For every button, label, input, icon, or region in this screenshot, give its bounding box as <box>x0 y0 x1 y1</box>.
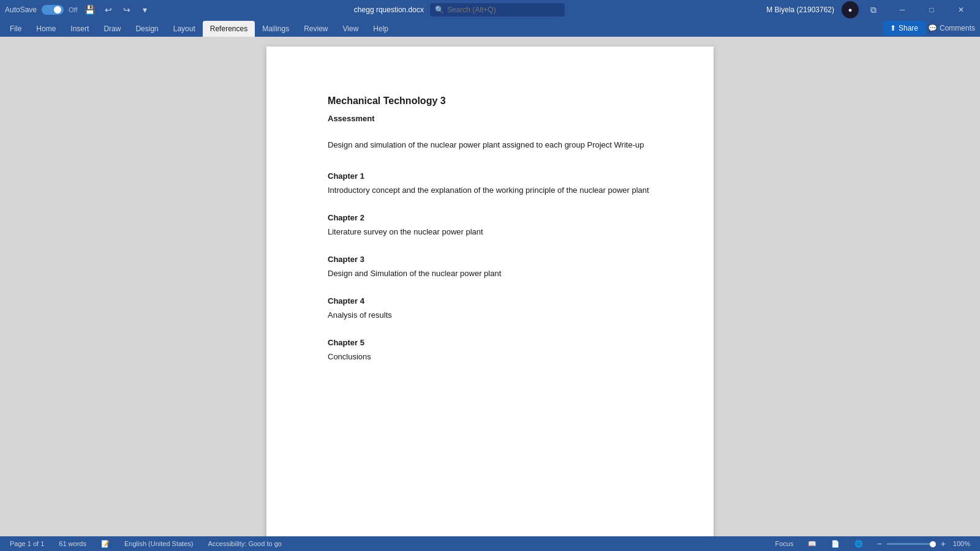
read-mode-icon[interactable]: 📖 <box>805 539 819 549</box>
focus-mode[interactable]: Focus <box>773 539 796 549</box>
chapter-block-1: Chapter 1Introductory concept and the ex… <box>328 171 652 195</box>
web-layout-icon[interactable]: 🌐 <box>852 539 865 549</box>
user-info: M Biyela (21903762) <box>766 6 834 14</box>
tab-draw[interactable]: Draw <box>96 21 128 37</box>
zoom-level[interactable]: 100% <box>951 539 973 549</box>
status-bar-right: Focus 📖 📄 🌐 − + 100% <box>773 539 973 549</box>
close-button[interactable]: ✕ <box>947 0 975 20</box>
chapter-title-1: Chapter 1 <box>328 171 652 181</box>
tab-help[interactable]: Help <box>366 21 396 37</box>
chapter-title-3: Chapter 3 <box>328 255 652 264</box>
search-container: 🔍 <box>430 3 565 17</box>
tab-home[interactable]: Home <box>29 21 63 37</box>
document-filename: chegg rquestion.docx <box>354 6 424 14</box>
autosave-toggle[interactable] <box>42 5 64 15</box>
chapter-title-4: Chapter 4 <box>328 296 652 305</box>
zoom-controls: − + 100% <box>875 539 973 549</box>
share-button[interactable]: ⬆ Share <box>883 21 925 36</box>
chapter-block-2: Chapter 2Literature survey on the nuclea… <box>328 213 652 236</box>
chapter-title-2: Chapter 2 <box>328 213 652 222</box>
title-bar: AutoSave Off 💾 ↩ ↪ ▾ chegg rquestion.doc… <box>0 0 980 20</box>
chapter-desc-4: Analysis of results <box>328 310 652 320</box>
tab-review[interactable]: Review <box>296 21 335 37</box>
tab-view[interactable]: View <box>336 21 366 37</box>
tab-mailings[interactable]: Mailings <box>255 21 296 37</box>
chapter-title-5: Chapter 5 <box>328 338 652 347</box>
comments-button[interactable]: 💬 Comments <box>928 21 975 36</box>
tab-file[interactable]: File <box>2 21 29 37</box>
document-main-title: Mechanical Technology 3 <box>328 96 652 107</box>
chapter-desc-3: Design and Simulation of the nuclear pow… <box>328 269 652 278</box>
tab-insert[interactable]: Insert <box>63 21 96 37</box>
search-icon: 🔍 <box>435 6 444 14</box>
print-layout-icon[interactable]: 📄 <box>829 539 842 549</box>
status-bar: Page 1 of 1 61 words 📝 English (United S… <box>0 536 980 551</box>
chapters-container: Chapter 1Introductory concept and the ex… <box>328 171 652 361</box>
comments-icon: 💬 <box>928 24 937 32</box>
zoom-thumb <box>930 541 936 547</box>
save-icon[interactable]: 💾 <box>83 2 97 17</box>
quick-access-toolbar: 💾 ↩ ↪ ▾ <box>83 2 153 17</box>
document-description: Design and simulation of the nuclear pow… <box>328 140 652 149</box>
chapter-desc-2: Literature survey on the nuclear power p… <box>328 227 652 236</box>
accessibility[interactable]: Accessibility: Good to go <box>205 539 284 549</box>
zoom-slider[interactable] <box>887 543 936 545</box>
main-area: Mechanical Technology 3 Assessment Desig… <box>0 37 980 536</box>
document-assessment: Assessment <box>328 114 652 123</box>
language[interactable]: English (United States) <box>122 539 196 549</box>
tab-references[interactable]: References <box>203 21 255 37</box>
window-controls: ─ □ ✕ <box>888 0 975 20</box>
share-icon: ⬆ <box>890 24 896 32</box>
ribbon-actions: ⬆ Share 💬 Comments <box>883 21 980 37</box>
maximize-button[interactable]: □ <box>918 0 946 20</box>
status-bar-left: Page 1 of 1 61 words 📝 English (United S… <box>7 539 284 549</box>
chapter-block-5: Chapter 5Conclusions <box>328 338 652 361</box>
chapter-desc-5: Conclusions <box>328 352 652 361</box>
user-avatar[interactable]: ● <box>842 1 859 18</box>
autosave-knob <box>54 6 61 13</box>
document-page: Mechanical Technology 3 Assessment Desig… <box>266 47 714 536</box>
title-bar-center: chegg rquestion.docx 🔍 <box>354 3 565 17</box>
redo-icon[interactable]: ↪ <box>119 2 134 17</box>
minimize-button[interactable]: ─ <box>888 0 916 20</box>
title-bar-right: M Biyela (21903762) ● ⧉ ─ □ ✕ <box>766 0 975 20</box>
autosave-state: Off <box>69 6 77 13</box>
word-count[interactable]: 61 words <box>56 539 89 549</box>
zoom-in-button[interactable]: + <box>940 539 947 549</box>
chapter-desc-1: Introductory concept and the explanation… <box>328 186 652 195</box>
page-info[interactable]: Page 1 of 1 <box>7 539 47 549</box>
zoom-out-button[interactable]: − <box>875 539 883 549</box>
tab-design[interactable]: Design <box>128 21 165 37</box>
title-bar-left: AutoSave Off 💾 ↩ ↪ ▾ <box>5 2 153 17</box>
ribbon-tabs: File Home Insert Draw Design Layout Refe… <box>0 20 980 37</box>
proofing-icon[interactable]: 📝 <box>99 539 112 549</box>
chapter-block-4: Chapter 4Analysis of results <box>328 296 652 320</box>
restore-down-icon[interactable]: ⧉ <box>866 2 881 17</box>
search-input[interactable] <box>430 3 565 17</box>
autosave-label: AutoSave <box>5 6 37 14</box>
document-container: Mechanical Technology 3 Assessment Desig… <box>0 37 980 536</box>
chapter-block-3: Chapter 3Design and Simulation of the nu… <box>328 255 652 278</box>
customize-icon[interactable]: ▾ <box>138 2 153 17</box>
tab-layout[interactable]: Layout <box>166 21 203 37</box>
undo-icon[interactable]: ↩ <box>101 2 116 17</box>
